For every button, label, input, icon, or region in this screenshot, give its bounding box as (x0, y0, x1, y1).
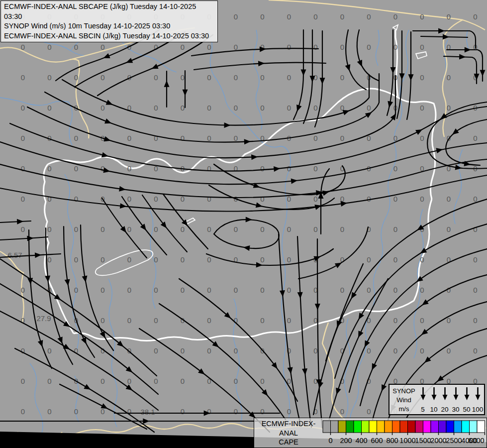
grid-value: 0 (21, 407, 25, 416)
grid-value: 0 (154, 286, 158, 294)
grid-value: 0 (287, 104, 291, 112)
grid-value: 0 (100, 377, 104, 385)
grid-value: 0 (473, 225, 477, 233)
grid-value: 0 (234, 104, 238, 112)
wind-arrow-head (431, 395, 436, 400)
grid-value: 0 (340, 73, 344, 82)
synop-label-line1: SYNOP (390, 387, 417, 396)
title-box: ECMWF-INDEX-ANAL SBCAPE (J/kg) Tuesday 1… (0, 0, 218, 42)
grid-value: 0 (154, 346, 158, 355)
colorbar-cell (323, 421, 331, 433)
grid-value: 0 (74, 286, 78, 294)
colorbar-cell (331, 421, 339, 433)
grid-value: 0 (234, 73, 238, 82)
grid-value: 0 (207, 104, 211, 112)
grid-value: 0 (100, 104, 104, 112)
grid-value: 0 (367, 43, 371, 51)
grid-value: 0 (447, 195, 451, 203)
grid-value: 0 (420, 316, 424, 325)
grid-value: 0 (287, 225, 291, 233)
grid-value: 0 (47, 195, 51, 203)
colorbar-cell (400, 421, 408, 433)
grid-value: 0 (287, 407, 291, 416)
colorbar-cell (439, 421, 447, 433)
grid-value: 0 (207, 134, 211, 142)
grid-value: 0 (313, 12, 317, 21)
grid-value: 0 (154, 225, 158, 233)
grid-value: 0 (234, 377, 238, 385)
grid-value: 0 (100, 286, 104, 294)
grid-value: 0 (207, 316, 211, 325)
grid-value: 0 (340, 12, 344, 21)
wind-speed-entry: 50 (461, 386, 472, 413)
grid-value: 0 (74, 225, 78, 233)
grid-value: 0 (207, 195, 211, 203)
grid-value: 0 (287, 286, 291, 294)
colorbar-tick-label: 0 (328, 437, 332, 445)
grid-value: 0 (313, 43, 317, 51)
grid-value: 0 (100, 255, 104, 264)
grid-value: 0 (154, 255, 158, 264)
grid-value: 0 (313, 134, 317, 142)
grid-value: 0 (47, 164, 51, 173)
grid-value: 0 (234, 134, 238, 142)
grid-value-nonzero: 6.57 (7, 251, 22, 259)
grid-value-nonzero: 38.1 (140, 408, 155, 416)
grid-value: 0 (47, 225, 51, 233)
wind-speed-entry: 10 (428, 386, 439, 413)
grid-value: 0 (393, 195, 397, 203)
grid-value: 0 (473, 346, 477, 355)
grid-value: 0 (207, 286, 211, 294)
grid-value: 0 (420, 12, 424, 21)
grid-value: 0 (47, 43, 51, 51)
colorbar-tick-label: 600 (371, 437, 383, 445)
grid-value: 0 (21, 73, 25, 82)
grid-value: 0 (340, 43, 344, 51)
wind-arrow-head (475, 395, 480, 400)
grid-value: 0 (127, 225, 131, 233)
grid-value: 0 (47, 104, 51, 112)
wind-speed-entry: 20 (439, 386, 450, 413)
grid-value: 0 (367, 195, 371, 203)
grid-value: 0 (207, 43, 211, 51)
grid-value: 0 (74, 134, 78, 142)
grid-value: 0 (260, 73, 264, 82)
grid-value: 0 (313, 225, 317, 233)
title-line-sbcin: ECMWF-INDEX-ANAL SBCIN (J/kg) Tuesday 14… (4, 31, 214, 41)
grid-value: 0 (287, 255, 291, 264)
grid-value: 0 (447, 73, 451, 82)
grid-value: 0 (181, 225, 185, 233)
grid-value: 0 (260, 195, 264, 203)
colorbar-cell (346, 421, 354, 433)
grid-value: 0 (260, 255, 264, 264)
colorbar-cell (415, 421, 423, 433)
grid-value: 0 (234, 286, 238, 294)
grid-value: 0 (21, 104, 25, 112)
grid-value: 0 (234, 12, 238, 21)
wind-arrow-head (464, 395, 469, 400)
grid-value: 0 (393, 286, 397, 294)
colorbar-cell (392, 421, 400, 433)
grid-value: 0 (207, 255, 211, 264)
grid-value: 0 (420, 134, 424, 142)
grid-value: 0 (287, 316, 291, 325)
synop-label-line2: Wind (390, 396, 417, 405)
grid-value: 0 (473, 12, 477, 21)
wind-arrow-icon (463, 386, 471, 401)
grid-value: 0 (207, 164, 211, 173)
grid-value: 0 (473, 255, 477, 264)
grid-value: 0 (234, 407, 238, 416)
wind-speed-entry: 5 (417, 386, 428, 413)
grid-value: 0 (313, 104, 317, 112)
wind-speed-entry: 100 (472, 386, 483, 413)
cape-label-line1: ECMWF-INDEX-ANAL (254, 419, 323, 438)
grid-value: 0 (260, 286, 264, 294)
grid-value: 0 (260, 316, 264, 325)
grid-value: 0 (154, 316, 158, 325)
wind-speed-entry: 30 (450, 386, 461, 413)
grid-value: 0 (313, 164, 317, 173)
grid-value: 0 (340, 286, 344, 294)
grid-value: 0 (127, 286, 131, 294)
colorbar-cell (408, 421, 416, 433)
wind-speed-value: 5 (421, 406, 425, 413)
